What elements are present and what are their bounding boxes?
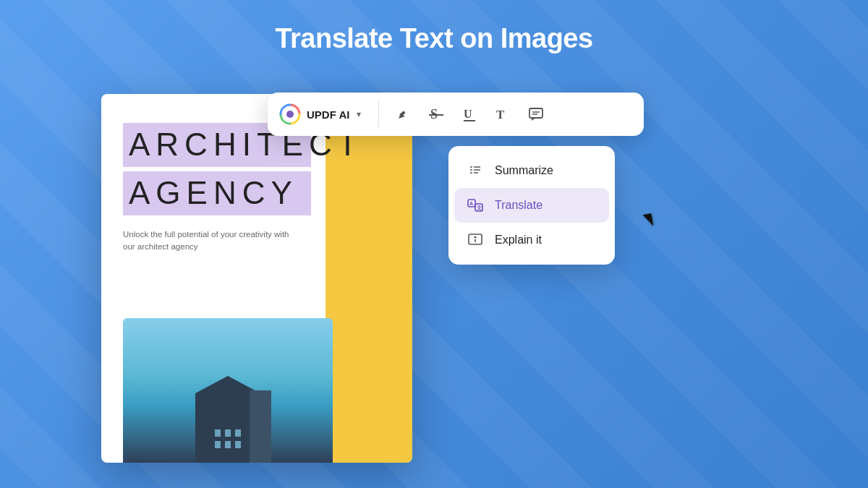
svg-point-1	[286, 111, 294, 118]
building-illustration	[184, 361, 271, 463]
svg-text:U: U	[464, 108, 472, 120]
comment-button[interactable]	[521, 99, 551, 129]
doc-subtitle: Unlock the full potential of your creati…	[123, 228, 297, 254]
strikethrough-button[interactable]: S	[421, 99, 451, 129]
strikethrough-icon: S	[428, 106, 444, 122]
toolbar-brand[interactable]: UPDF AI ▾	[279, 103, 370, 125]
menu-item-translate-label: Translate	[495, 199, 542, 212]
window	[215, 429, 221, 437]
summarize-icon	[466, 163, 485, 179]
window	[235, 429, 241, 437]
comment-icon	[528, 106, 544, 122]
svg-text:文: 文	[477, 205, 482, 210]
building-side	[250, 390, 271, 463]
menu-item-explain[interactable]: Explain it	[454, 223, 609, 257]
doc-title-line2: AGENCY	[123, 171, 311, 215]
window	[215, 441, 221, 448]
explain-icon	[466, 232, 485, 248]
brand-name: UPDF AI	[307, 108, 349, 121]
doc-title: ARCHITECT AGENCY	[123, 123, 311, 215]
highlight-icon	[395, 106, 411, 122]
svg-text:T: T	[496, 108, 505, 121]
underline-button[interactable]: U	[454, 99, 485, 129]
window	[225, 441, 231, 448]
svg-text:A: A	[469, 201, 473, 206]
ai-dropdown-menu: Summarize A 文 Translate Explain it	[448, 146, 615, 265]
brand-dropdown-icon[interactable]: ▾	[357, 109, 361, 119]
menu-item-explain-label: Explain it	[495, 234, 542, 247]
text-icon: T	[495, 106, 511, 122]
menu-item-summarize-label: Summarize	[495, 164, 553, 177]
document-card: ARCHITECT AGENCY Unlock the full potenti…	[101, 94, 412, 463]
menu-item-summarize[interactable]: Summarize	[454, 153, 609, 188]
window	[235, 441, 241, 448]
toolbar: UPDF AI ▾ S U T	[268, 93, 644, 136]
svg-rect-8	[529, 108, 542, 118]
window	[225, 429, 231, 437]
toolbar-divider	[378, 101, 379, 127]
underline-icon: U	[461, 106, 477, 122]
menu-item-translate[interactable]: A 文 Translate	[454, 188, 609, 223]
doc-image-area	[123, 318, 333, 463]
updf-logo	[279, 103, 301, 125]
text-button[interactable]: T	[488, 99, 518, 129]
svg-point-22	[475, 236, 477, 239]
building-windows	[215, 429, 241, 448]
highlight-button[interactable]	[388, 99, 418, 129]
translate-icon: A 文	[466, 197, 485, 213]
page-title: Translate Text on Images	[275, 23, 592, 54]
